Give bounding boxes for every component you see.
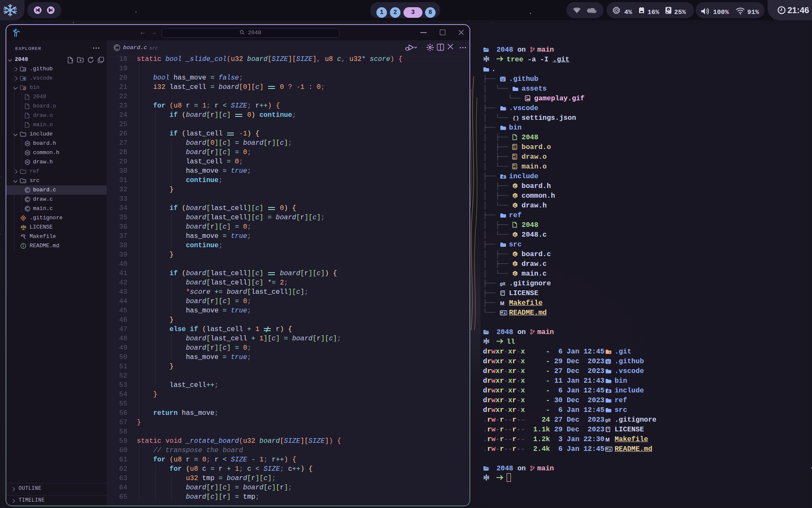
svg-text:M: M	[606, 437, 610, 442]
svg-text:10: 10	[513, 147, 516, 150]
svg-text:C: C	[514, 262, 517, 266]
svg-text:M: M	[500, 301, 504, 306]
svg-text:C: C	[514, 184, 517, 188]
svg-text:C: C	[514, 252, 517, 257]
svg-text:C: C	[514, 194, 517, 198]
svg-text:(): ()	[23, 180, 26, 183]
svg-text:C: C	[514, 272, 517, 276]
svg-text:C: C	[514, 233, 517, 237]
svg-text:git: git	[605, 417, 611, 422]
svg-text:10: 10	[513, 167, 516, 169]
svg-text:{}: {}	[513, 115, 519, 121]
svg-text:git: git	[500, 281, 505, 286]
svg-text:10: 10	[513, 157, 516, 160]
svg-text:C: C	[514, 204, 517, 208]
